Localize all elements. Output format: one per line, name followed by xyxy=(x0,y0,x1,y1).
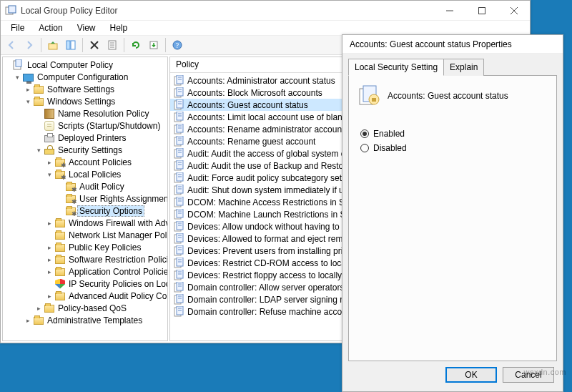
tree-label: Policy-based QoS xyxy=(56,303,129,313)
svg-rect-19 xyxy=(16,59,21,67)
radio-disabled[interactable]: Disabled xyxy=(360,143,548,153)
svg-rect-3 xyxy=(478,7,485,14)
policy-item-icon xyxy=(173,245,184,257)
collapse-icon[interactable]: ▾ xyxy=(14,71,21,83)
expand-icon[interactable]: ▸ xyxy=(46,217,54,229)
minimize-button[interactable] xyxy=(433,1,465,21)
tree-node-audit-policy[interactable]: Audit Policy xyxy=(56,180,167,192)
tree-node-scripts[interactable]: Scripts (Startup/Shutdown) xyxy=(35,119,167,132)
folder-gear-icon xyxy=(66,183,76,191)
window-controls xyxy=(433,1,530,21)
expand-icon[interactable] xyxy=(3,59,11,71)
close-button[interactable] xyxy=(498,1,530,21)
tree-node-local-computer-policy[interactable]: Local Computer Policy xyxy=(3,59,167,71)
refresh-button[interactable] xyxy=(128,37,144,53)
collapse-icon[interactable]: ▾ xyxy=(46,168,54,180)
svg-rect-6 xyxy=(49,44,57,49)
folder-icon xyxy=(55,232,65,240)
folder-icon xyxy=(34,86,44,94)
tree-node-name-resolution-policy[interactable]: Name Resolution Policy xyxy=(35,107,167,119)
tree-node-security-settings[interactable]: ▾ Security Settings xyxy=(35,144,167,156)
tree-label: Administrative Templates xyxy=(45,315,144,325)
tree-label: Deployed Printers xyxy=(56,133,128,143)
collapse-icon[interactable]: ▾ xyxy=(24,95,32,107)
list-item-label: Accounts: Rename administrator account xyxy=(187,124,344,134)
tree-label: Network List Manager Policies xyxy=(66,230,168,240)
expand-icon[interactable]: ▸ xyxy=(46,290,54,302)
collapse-icon[interactable]: ▾ xyxy=(35,144,43,156)
window-title: Local Group Policy Editor xyxy=(21,6,433,16)
policy-item-icon xyxy=(173,148,184,160)
policy-item-icon xyxy=(173,294,184,305)
up-button[interactable] xyxy=(45,37,61,53)
expand-icon[interactable]: ▸ xyxy=(35,302,43,314)
export-button[interactable] xyxy=(146,37,162,53)
tab-local-security-setting[interactable]: Local Security Setting xyxy=(348,59,444,76)
tree-node-aap[interactable]: ▸Advanced Audit Policy Configuration xyxy=(46,290,167,302)
back-button[interactable] xyxy=(4,37,19,53)
tree-label: Windows Firewall with Advanced Security xyxy=(66,218,168,228)
list-item-label: Accounts: Administrator account status xyxy=(187,76,335,86)
tree-node-software-settings[interactable]: ▸ Software Settings xyxy=(24,83,167,95)
maximize-button[interactable] xyxy=(465,1,498,21)
folder-gear-icon xyxy=(55,159,65,167)
tree-node-local-policies[interactable]: ▾ Local Policies xyxy=(46,168,167,180)
ok-button[interactable]: OK xyxy=(445,367,497,383)
policy-item-icon xyxy=(173,258,184,269)
menu-view[interactable]: View xyxy=(70,22,103,34)
tree-node-acp[interactable]: ▸Application Control Policies xyxy=(46,265,167,278)
tree-node-security-options[interactable]: Security Options xyxy=(56,205,167,217)
tree-node-admin-templates[interactable]: ▸Administrative Templates xyxy=(24,314,167,326)
policy-item-icon xyxy=(173,306,184,318)
list-item-label: Accounts: Rename guest account xyxy=(187,137,315,147)
tree-node-ipsec[interactable]: IP Security Policies on Local Computer xyxy=(46,278,167,290)
tree-node-user-rights[interactable]: User Rights Assignment xyxy=(56,192,167,205)
menu-help[interactable]: Help xyxy=(103,22,135,34)
menu-file[interactable]: File xyxy=(4,22,31,34)
expand-icon[interactable]: ▸ xyxy=(24,83,32,95)
policy-item-icon xyxy=(173,112,184,123)
policy-item-icon xyxy=(173,197,184,208)
policy-item-icon xyxy=(173,99,184,111)
tree-node-policy-qos[interactable]: ▸Policy-based QoS xyxy=(35,302,167,314)
help-button[interactable]: ? xyxy=(169,37,185,53)
tree-node-pkp[interactable]: ▸Public Key Policies xyxy=(46,241,167,253)
dialog-title[interactable]: Accounts: Guest account status Propertie… xyxy=(342,35,563,54)
folder-gear-icon xyxy=(55,171,65,179)
properties-button[interactable] xyxy=(104,37,120,53)
expand-icon[interactable]: ▸ xyxy=(46,241,54,253)
expand-icon[interactable]: ▸ xyxy=(46,265,54,278)
show-hide-tree-button[interactable] xyxy=(63,37,79,53)
list-item-label: Audit: Force audit policy subcategory se… xyxy=(187,173,360,183)
expand-icon[interactable]: ▸ xyxy=(46,156,54,168)
tree-node-windows-settings[interactable]: ▾ Windows Settings xyxy=(24,95,167,107)
tree-node-account-policies[interactable]: ▸Account Policies xyxy=(46,156,167,168)
menu-action[interactable]: Action xyxy=(31,22,69,34)
policy-large-icon xyxy=(358,84,380,107)
tree-node-srp[interactable]: ▸Software Restriction Policies xyxy=(46,253,167,265)
toolbar-separator xyxy=(82,38,83,52)
tree-label: Local Policies xyxy=(66,170,123,180)
tree-label: Security Options xyxy=(77,205,144,217)
tab-panel: Accounts: Guest account status Enabled D… xyxy=(348,75,557,361)
expand-icon[interactable]: ▸ xyxy=(24,314,32,326)
tree-pane[interactable]: Local Computer Policy ▾ Computer Configu… xyxy=(2,57,168,341)
policy-item-icon xyxy=(173,160,184,172)
delete-button[interactable] xyxy=(87,37,102,53)
forward-button[interactable] xyxy=(21,37,37,53)
tree-node-computer-configuration[interactable]: ▾ Computer Configuration xyxy=(14,71,167,83)
computer-icon xyxy=(23,74,34,82)
radio-enabled[interactable]: Enabled xyxy=(360,129,548,139)
tree-node-windows-firewall[interactable]: ▸Windows Firewall with Advanced Security xyxy=(46,217,167,229)
folder-icon xyxy=(44,305,54,313)
dialog-body: Local Security Setting Explain Accounts:… xyxy=(342,54,563,361)
expand-icon[interactable]: ▸ xyxy=(46,253,54,265)
tree-node-deployed-printers[interactable]: Deployed Printers xyxy=(35,132,167,144)
svg-rect-7 xyxy=(66,41,70,49)
titlebar[interactable]: Local Group Policy Editor xyxy=(1,1,530,21)
policy-item-icon xyxy=(173,136,184,147)
tree-node-nlmp[interactable]: Network List Manager Policies xyxy=(46,229,167,241)
tree-label: Windows Settings xyxy=(45,97,117,107)
tree-label: IP Security Policies on Local Computer xyxy=(66,279,168,289)
tab-explain[interactable]: Explain xyxy=(443,59,484,76)
